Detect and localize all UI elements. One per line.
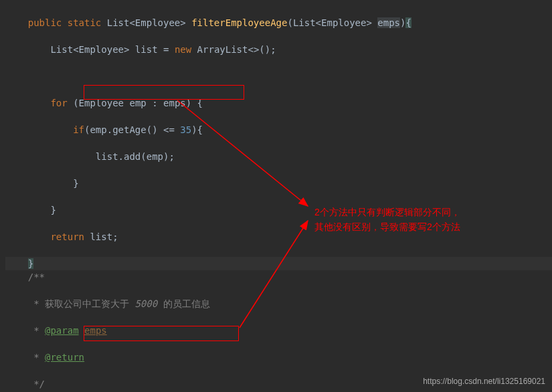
javadoc-return: * @return xyxy=(5,351,552,364)
code-line: return list; xyxy=(5,230,552,243)
age-threshold: 35 xyxy=(180,124,191,135)
code-line: List<Employee> list = new ArrayList<>(); xyxy=(5,43,552,56)
javadoc-line: * 获取公司中工资大于 5000 的员工信息 xyxy=(5,297,552,310)
annotation-line2: 其他没有区别，导致需要写2个方法 xyxy=(314,219,460,234)
code-line: } xyxy=(5,177,552,190)
annotation-text: 2个方法中只有判断逻辑部分不同， 其他没有区别，导致需要写2个方法 xyxy=(314,205,460,234)
code-line: list.add(emp); xyxy=(5,150,552,163)
code-editor: public static List<Employee> filterEmplo… xyxy=(0,0,552,392)
javadoc-param: * @param emps xyxy=(5,324,552,337)
javadoc-start: /** xyxy=(5,270,552,284)
code-line: } xyxy=(5,203,552,217)
code-line: if(emp.getAge() <= 35){ xyxy=(5,123,552,136)
annotation-line1: 2个方法中只有判断逻辑部分不同， xyxy=(314,205,460,219)
code-line: for (Employee emp : emps) { xyxy=(5,96,552,110)
watermark: https://blog.csdn.net/li1325169021 xyxy=(423,375,545,388)
code-line: public static List<Employee> filterEmplo… xyxy=(5,16,552,29)
code-line-cursor: } xyxy=(5,257,552,270)
code-line xyxy=(5,70,552,83)
